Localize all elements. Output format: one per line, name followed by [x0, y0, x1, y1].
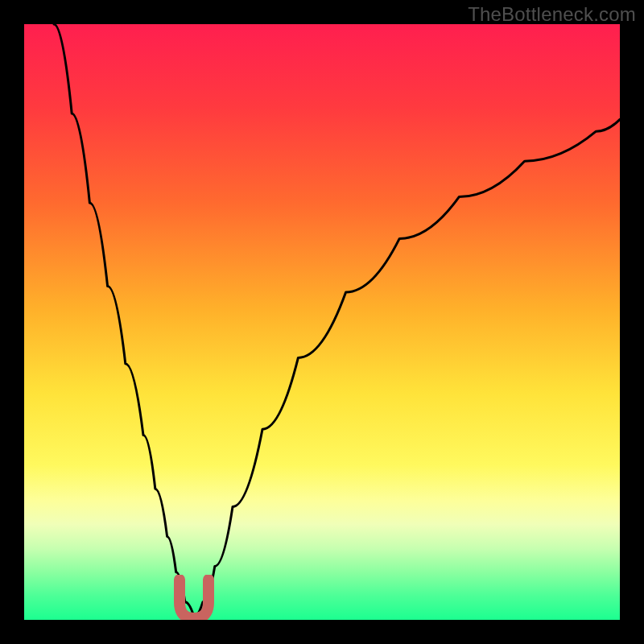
watermark-text: TheBottleneck.com	[468, 3, 636, 26]
optimal-marker	[170, 575, 218, 620]
plot-area	[24, 24, 620, 620]
bottleneck-curve	[24, 24, 620, 620]
